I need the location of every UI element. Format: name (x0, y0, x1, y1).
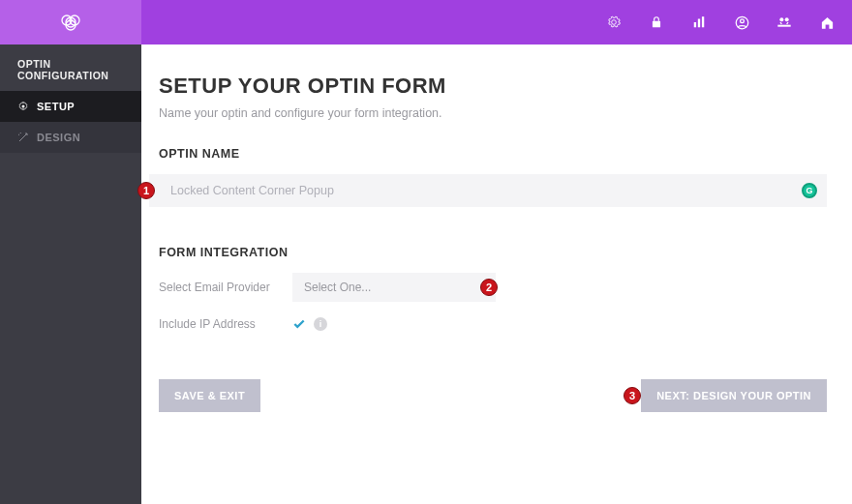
gear-icon (17, 101, 29, 112)
topbar (0, 0, 852, 44)
page-subtitle: Name your optin and configure your form … (159, 106, 827, 120)
wand-icon (17, 132, 29, 143)
svg-point-13 (22, 105, 25, 108)
topbar-actions (141, 15, 852, 30)
optin-name-input[interactable] (149, 174, 827, 207)
ip-row: Include IP Address i (159, 317, 827, 331)
ip-checkbox[interactable] (292, 317, 306, 331)
next-design-button[interactable]: NEXT: DESIGN YOUR OPTIN (641, 379, 827, 412)
ip-label: Include IP Address (159, 317, 292, 331)
button-row: SAVE & EXIT 3 NEXT: DESIGN YOUR OPTIN (159, 379, 827, 412)
provider-row: Select Email Provider Select One... 2 (159, 273, 827, 302)
lock-icon[interactable] (649, 15, 664, 30)
logo-icon (59, 11, 82, 34)
bar-chart-icon[interactable] (691, 15, 707, 30)
provider-select-value: Select One... (304, 281, 371, 294)
user-circle-icon[interactable] (734, 15, 749, 30)
provider-select[interactable]: Select One... (292, 273, 496, 302)
svg-point-9 (740, 18, 744, 22)
info-icon[interactable]: i (314, 317, 327, 331)
save-exit-button[interactable]: SAVE & EXIT (159, 379, 260, 412)
sidebar-item-design[interactable]: DESIGN (0, 122, 141, 153)
main-panel: SETUP YOUR OPTIN FORM Name your optin an… (141, 44, 852, 504)
sidebar-item-label: DESIGN (37, 132, 80, 143)
svg-rect-5 (694, 22, 696, 27)
callout-badge-2: 2 (480, 279, 498, 296)
callout-badge-3: 3 (624, 387, 641, 404)
logo-box (0, 0, 141, 44)
svg-rect-7 (702, 16, 704, 27)
svg-rect-12 (777, 25, 790, 27)
home-icon[interactable] (819, 15, 835, 30)
svg-rect-6 (698, 19, 700, 28)
users-icon[interactable] (776, 15, 792, 30)
sidebar-item-label: SETUP (37, 101, 75, 112)
sidebar: OPTIN CONFIGURATION SETUP DESIGN (0, 44, 141, 504)
sidebar-item-setup[interactable]: SETUP (0, 91, 141, 122)
svg-rect-4 (653, 21, 660, 27)
optin-name-label: OPTIN NAME (159, 147, 827, 161)
svg-point-11 (785, 17, 789, 21)
provider-label: Select Email Provider (159, 281, 292, 294)
optin-name-row: 1 G (149, 174, 827, 207)
gear-icon[interactable] (606, 15, 622, 30)
grammarly-icon[interactable]: G (802, 183, 817, 198)
sidebar-header: OPTIN CONFIGURATION (0, 44, 141, 91)
svg-point-10 (779, 17, 783, 21)
page-title: SETUP YOUR OPTIN FORM (159, 74, 827, 99)
callout-badge-1: 1 (137, 182, 155, 199)
form-integration-label: FORM INTEGRATION (159, 246, 827, 259)
